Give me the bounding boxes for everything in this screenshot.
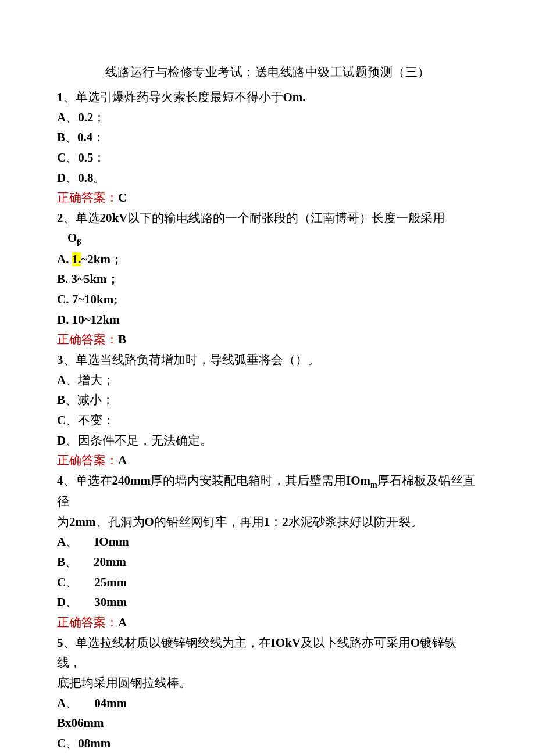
q5-s2: 底把均采用圆钢拉线棒。 (57, 676, 191, 690)
q5-a-pre: A (57, 696, 66, 710)
q4-option-d: D、30mm (57, 592, 478, 612)
q5-option-b: Bx06mm (57, 713, 478, 733)
q1-d-sep: 、 (66, 171, 78, 185)
q2-a-hl: 1. (72, 252, 81, 266)
q5-c-pre: C (57, 736, 66, 750)
q3-c-pre: C (57, 413, 66, 427)
q2-c-pre: C. (57, 292, 72, 306)
q1-number: 1 (57, 90, 63, 104)
q3-b-pre: B (57, 393, 65, 407)
q3-option-a: A、增大； (57, 370, 478, 390)
q4-c-val: 25mm (94, 575, 127, 589)
q1-d-end: 。 (93, 171, 105, 185)
q2-a-end: ； (110, 252, 123, 266)
q2-ans-label: 正确答案： (57, 332, 118, 346)
q5-a-val: 04mm (94, 696, 127, 710)
q3-ans-label: 正确答案： (57, 453, 118, 467)
q4-a-val: IOmm (94, 535, 129, 549)
q1-ans-val: C (118, 191, 127, 205)
q2-d-pre: D. (57, 313, 72, 327)
document-page: 线路运行与检修专业考试：送电线路中级工试题预测（三） 1、单选引爆炸药导火索长度… (0, 0, 535, 756)
q3-answer: 正确答案：A (57, 450, 478, 471)
q4-t3: 厚的墙内安装配电箱时，其后壁需用 (151, 474, 346, 488)
q5-t1: 、单选拉线材质以镀锌钢绞线为主，在 (63, 636, 271, 650)
q5-stem: 5、单选拉线材质以镀锌钢绞线为主，在IOkV及以卜线路亦可采用O镀锌铁线， (57, 633, 478, 673)
q4-s2h: 2 (282, 515, 288, 529)
q5-c-val: 08mm (78, 736, 110, 750)
q1-c-end: ： (93, 151, 105, 164)
q1-c-pre: C (57, 151, 66, 164)
q1-answer: 正确答案：C (57, 188, 478, 208)
q2-text-a: 、单选 (63, 211, 100, 225)
q4-number: 4 (57, 474, 63, 488)
q2-text-c: 以下的输电线路的一个耐张段的（江南博哥）长度一般采用 (127, 211, 445, 225)
q2-a-rest: ~2km (81, 252, 110, 266)
q1-text-b: Om. (283, 90, 306, 104)
q4-d-val: 30mm (94, 595, 127, 609)
q4-stem-2: 为2mm、孔洞为O的铅丝网钉牢，再用1：2水泥砂浆抹好以防开裂。 (57, 512, 478, 532)
q1-option-c: C、0.5： (57, 148, 478, 168)
q4-b-sep: 、 (65, 555, 77, 569)
q1-b-val: 0.4 (77, 130, 92, 144)
q3-option-c: C、不变： (57, 410, 478, 431)
q4-option-c: C、25mm (57, 572, 478, 593)
q2-option-a: A. 1.~2km； (57, 249, 478, 270)
q1-b-sep: 、 (65, 130, 77, 144)
q4-option-a: A、IOmm (57, 532, 478, 552)
document-title: 线路运行与检修专业考试：送电线路中级工试题预测（三） (57, 64, 478, 80)
q1-d-val: 0.8 (78, 171, 93, 185)
q4-a-pre: A (57, 535, 66, 549)
q4-s2f: 1 (264, 515, 270, 529)
q5-option-c: C、08mm (57, 733, 478, 754)
q4-s2b: 2mm (69, 515, 96, 529)
q1-d-pre: D (57, 171, 66, 185)
q2-option-d: D. 10~12km (57, 310, 478, 330)
q5-t3: 及以卜线路亦可采用 (301, 636, 411, 650)
q1-b-end: ： (92, 130, 105, 144)
q3-a-text: 、增大； (66, 373, 115, 387)
q1-b-pre: B (57, 130, 65, 144)
q4-c-pre: C (57, 575, 66, 589)
q2-b-pre: B. (57, 272, 72, 286)
q2-b-end: ； (107, 272, 119, 286)
q3-d-text: 、因条件不足，无法确定。 (66, 433, 212, 447)
q1-option-a: A、0.2； (57, 108, 478, 128)
q2-ans-val: B (118, 332, 126, 346)
q2-c-val: 7~10km; (72, 292, 118, 306)
q3-a-pre: A (57, 373, 66, 387)
q3-c-text: 、不变： (66, 413, 115, 427)
q4-answer: 正确答案：A (57, 612, 478, 633)
q4-ans-label: 正确答案： (57, 615, 118, 629)
q5-c-sep: 、 (66, 736, 78, 750)
q4-stem: 4、单选在240mm厚的墙内安装配电箱时，其后壁需用IOmm厚石棉板及铅丝直径 (57, 471, 478, 512)
q3-d-pre: D (57, 433, 66, 447)
q4-s2c: 、孔洞为 (96, 515, 145, 529)
q5-a-sep: 、 (66, 696, 78, 710)
q1-a-end: ； (93, 110, 105, 124)
q4-ans-val: A (118, 615, 127, 629)
q1-stem: 1、单选引爆炸药导火索长度最短不得小于Om. (57, 87, 478, 108)
q4-t4: IOm (346, 474, 370, 488)
q1-a-sep: 、 (66, 110, 78, 124)
q3-text: 、单选当线路负荷增加时，导线弧垂将会（）。 (63, 353, 320, 367)
q5-b: Bx06mm (57, 716, 104, 730)
q4-s2g: ： (270, 515, 282, 529)
q2-stem-cont: Oβ (57, 228, 478, 249)
q1-text-a: 、单选引爆炸药导火索长度最短不得小于 (63, 90, 283, 104)
q2-d-val: 10~12km (72, 313, 120, 327)
q2-stem: 2、单选20kV以下的输电线路的一个耐张段的（江南博哥）长度一般采用 (57, 208, 478, 228)
q4-t1: 、单选在 (63, 474, 112, 488)
q2-text-b: 20kV (100, 211, 128, 225)
q3-ans-val: A (118, 453, 127, 467)
q1-option-d: D、0.8。 (57, 168, 478, 188)
q2-text-e: β (77, 238, 81, 247)
q3-stem: 3、单选当线路负荷增加时，导线弧垂将会（）。 (57, 350, 478, 370)
q5-number: 5 (57, 636, 63, 650)
q3-number: 3 (57, 353, 63, 367)
q4-a-sep: 、 (66, 535, 78, 549)
q3-option-d: D、因条件不足，无法确定。 (57, 431, 478, 451)
q5-option-d: Dx01.Omm (57, 753, 478, 756)
q5-option-a: A、04mm (57, 693, 478, 714)
q2-text-d: O (67, 231, 77, 245)
q1-ans-label: 正确答案： (57, 191, 118, 205)
